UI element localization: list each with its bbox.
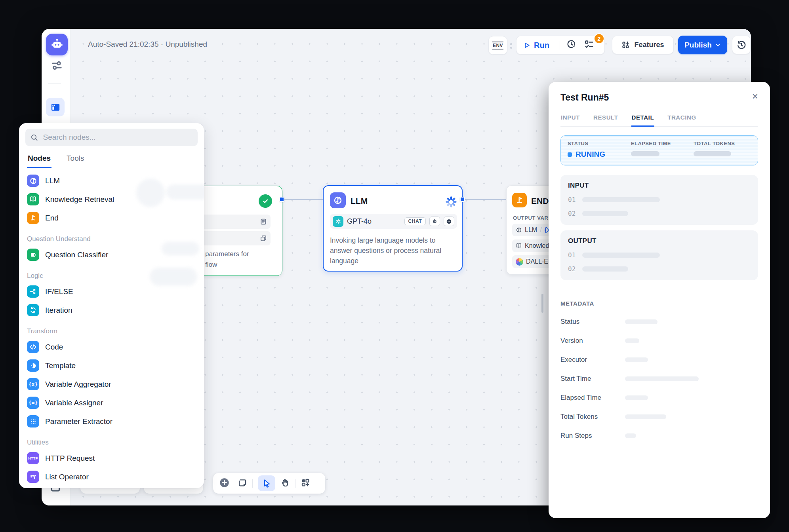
sidebar-divider [48,83,61,84]
node-item-iteration[interactable]: Iteration [25,301,198,319]
input-section: INPUT 01 02 [560,175,758,225]
toolbar-divider [560,41,560,49]
node-item-code[interactable]: Code [25,338,198,356]
node-list: LLM Knowledge Retrieval End Question Und… [25,171,198,486]
braces-x-icon: {x} [27,378,39,390]
checklist-button[interactable] [584,39,594,51]
status-value: RUNING [576,150,605,159]
metadata-row: Executor [560,356,758,364]
toolbar-divider [295,479,295,488]
output-title: OUTPUT [568,237,751,245]
braces-equals-icon: {=} [27,397,39,409]
llm-node-description: Invoking large language models to answer… [330,235,457,266]
metadata-value-placeholder [625,376,699,381]
search-input[interactable] [42,133,192,142]
metadata-value-placeholder [625,319,658,324]
book-icon [27,193,39,205]
frosted-blob [166,184,204,200]
llm-ref-icon [516,227,522,233]
publish-button[interactable]: Publish [678,36,727,54]
model-selector[interactable]: GPT-4o CHAT [330,214,457,229]
workflow-settings-button[interactable] [51,59,63,73]
run-button[interactable]: Run [524,41,549,50]
source-handle[interactable] [460,197,465,202]
add-node-button[interactable] [219,477,230,490]
source-handle[interactable] [279,197,284,202]
run-history-button[interactable] [566,39,577,51]
input-title: INPUT [568,182,751,190]
test-run-panel: Test Run#5 × INPUT RESULT DETAIL TRACING… [549,82,770,518]
node-panel-tabs: Nodes Tools [25,151,198,168]
metadata-row: Elapsed Time [560,394,758,402]
frosted-blob [162,242,199,255]
vision-badge [444,217,454,226]
run-panel-tabs: INPUT RESULT DETAIL TRACING [560,112,758,127]
input-line-placeholder [582,197,660,202]
node-item-variable-aggregator[interactable]: {x} Variable Aggregator [25,375,198,393]
metadata-row: Status [560,318,758,326]
end-node-icon [512,193,527,207]
add-note-button[interactable] [237,478,247,489]
note-plus-icon [237,478,247,488]
node-item-template[interactable]: Template [25,356,198,375]
tab-detail[interactable]: DETAIL [631,112,655,127]
node-item-http-request[interactable]: HTTP HTTP Request [25,449,198,467]
organize-nodes-button[interactable] [301,478,310,489]
features-button[interactable]: Features [612,36,674,54]
metadata-value-placeholder [625,338,639,343]
branch-icon [27,285,39,298]
features-grid-icon [621,41,630,49]
llm-icon [27,175,39,187]
knowledge-ref-icon [516,243,522,249]
openai-icon [333,216,343,227]
metadata-value-placeholder [625,357,648,362]
tab-nodes[interactable]: Nodes [27,151,51,168]
node-search [25,129,198,146]
frosted-blob [150,268,197,286]
metadata-row: Total Tokens [560,413,758,421]
template-icon [27,359,39,372]
total-tokens-placeholder [694,151,731,156]
node-item-list-operator[interactable]: List Operator [25,467,198,486]
metadata-value-placeholder [625,414,666,419]
env-button[interactable]: ENV [488,36,507,55]
dot-grid-icon [27,415,39,428]
drag-dot [510,43,512,45]
tab-input[interactable]: INPUT [560,112,580,126]
pointer-tool-button[interactable] [258,475,275,491]
elapsed-time-label: ELAPSED TIME [631,141,694,146]
edge-start-to-llm [282,199,323,200]
env-icon: ENV [492,42,503,49]
frosted-blob [136,179,165,207]
edge-llm-to-end [463,199,507,200]
llm-node[interactable]: LLM GPT-4o CHAT Invoking large language … [323,185,463,272]
tab-tracing[interactable]: TRACING [667,112,697,126]
node-item-parameter-extractor[interactable]: Parameter Extractor [25,412,198,431]
hand-tool-button[interactable] [280,478,290,489]
input-line-placeholder [582,211,628,216]
success-check-icon [259,194,272,208]
window-icon [50,102,61,113]
document-icon [260,218,267,225]
panel-resize-handle[interactable] [541,294,543,313]
agent-badge [429,217,440,226]
output-line-placeholder [582,266,628,272]
tab-result[interactable]: RESULT [593,112,619,126]
metadata-title: METADATA [560,300,758,307]
code-icon [27,341,39,353]
chevron-down-icon [715,42,721,48]
metadata-row: Version [560,337,758,345]
plus-circle-icon [219,477,230,488]
tab-tools[interactable]: Tools [66,151,85,168]
running-dot [568,152,572,157]
run-panel-title: Test Run#5 [560,92,609,103]
http-icon: HTTP [27,452,39,464]
version-history-button[interactable] [732,36,751,54]
node-item-end[interactable]: End [25,209,198,227]
close-icon[interactable]: × [752,92,758,100]
node-item-variable-assigner[interactable]: {=} Variable Assigner [25,393,198,412]
loop-icon [27,304,39,316]
end-node-title: END [531,196,549,206]
sidebar-item-workflow-active[interactable] [46,98,65,116]
app-logo-robot-icon[interactable] [46,34,68,55]
